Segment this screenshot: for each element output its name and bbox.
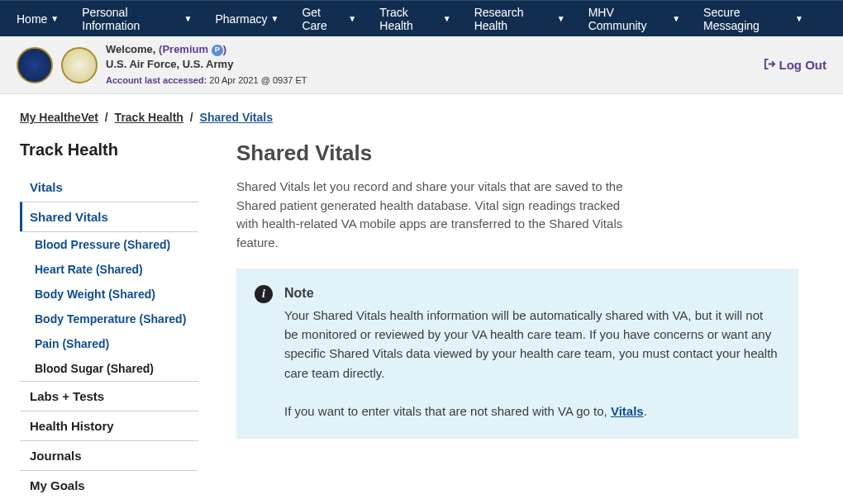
chevron-down-icon: ▼ [557, 14, 565, 23]
chevron-down-icon: ▼ [184, 14, 193, 23]
nav-research-health[interactable]: Research Health▼ [474, 6, 565, 32]
nav-mhv-community[interactable]: MHV Community▼ [588, 6, 680, 32]
nav-personal-info[interactable]: Personal Information▼ [82, 6, 192, 32]
logout-icon [764, 58, 776, 73]
chevron-down-icon: ▼ [672, 14, 680, 23]
chevron-down-icon: ▼ [50, 14, 59, 23]
nav-secure-messaging[interactable]: Secure Messaging▼ [703, 6, 803, 32]
note-footer-prefix: If you want to enter vitals that are not… [284, 404, 611, 418]
seal-icon [61, 47, 98, 83]
top-nav: Home▼ Personal Information▼ Pharmacy▼ Ge… [0, 0, 843, 36]
info-icon: i [255, 285, 273, 303]
logout-link[interactable]: Log Out [764, 58, 826, 73]
user-branch: U.S. Air Force, U.S. Army [106, 57, 307, 72]
sidebar-item-journals[interactable]: Journals [20, 440, 198, 470]
chevron-down-icon: ▼ [348, 14, 356, 23]
nav-get-care[interactable]: Get Care▼ [302, 6, 356, 32]
note-content: Note Your Shared Vitals health informati… [284, 283, 780, 421]
nav-home[interactable]: Home▼ [17, 12, 59, 26]
sidebar-heading: Track Health [20, 140, 198, 159]
note-body: Your Shared Vitals health information wi… [284, 308, 778, 380]
page-title: Shared Vitals [236, 140, 823, 166]
sidebar-subitem-blood-pressure[interactable]: Blood Pressure (Shared) [20, 232, 198, 257]
sidebar-item-vitals[interactable]: Vitals [20, 173, 198, 202]
note-footer-suffix: . [644, 404, 647, 418]
note-title: Note [284, 283, 780, 304]
breadcrumb-current[interactable]: Shared Vitals [200, 111, 273, 124]
breadcrumb-root[interactable]: My HealtheVet [20, 111, 98, 124]
nav-pharmacy[interactable]: Pharmacy▼ [215, 12, 279, 26]
chevron-down-icon: ▼ [271, 14, 279, 23]
last-accessed-label: Account last accessed: [106, 75, 207, 85]
nav-track-health[interactable]: Track Health▼ [379, 6, 450, 32]
last-accessed-value: 20 Apr 2021 @ 0937 ET [207, 75, 307, 85]
sidebar-item-health-history[interactable]: Health History [20, 411, 198, 440]
welcome-label: Welcome, [106, 43, 159, 55]
breadcrumb-section[interactable]: Track Health [115, 111, 183, 124]
sidebar-subitem-body-weight[interactable]: Body Weight (Shared) [20, 282, 198, 307]
sidebar-item-shared-vitals[interactable]: Shared Vitals [20, 202, 198, 231]
premium-badge-icon: P [212, 45, 223, 56]
sidebar-subitem-pain[interactable]: Pain (Shared) [20, 331, 198, 356]
breadcrumb: My HealtheVet / Track Health / Shared Vi… [0, 94, 843, 132]
note-box: i Note Your Shared Vitals health informa… [236, 269, 798, 439]
sidebar-subitem-blood-sugar[interactable]: Blood Sugar (Shared) [20, 356, 198, 381]
content: Shared Vitals Shared Vitals let you reco… [236, 140, 823, 439]
user-bar: Welcome, (Premium P) U.S. Air Force, U.S… [0, 36, 843, 94]
chevron-down-icon: ▼ [443, 14, 451, 23]
sidebar-item-labs[interactable]: Labs + Tests [20, 381, 198, 411]
user-info: Welcome, (Premium P) U.S. Air Force, U.S… [106, 42, 307, 88]
sidebar-item-goals[interactable]: My Goals [20, 470, 198, 500]
note-vitals-link[interactable]: Vitals [611, 404, 644, 418]
sidebar: Track Health Vitals Shared Vitals Blood … [20, 140, 198, 500]
seal-icon [17, 47, 53, 83]
sidebar-subitem-heart-rate[interactable]: Heart Rate (Shared) [20, 257, 198, 282]
sidebar-subitem-body-temperature[interactable]: Body Temperature (Shared) [20, 307, 198, 331]
chevron-down-icon: ▼ [795, 14, 803, 23]
user-bar-left: Welcome, (Premium P) U.S. Air Force, U.S… [17, 42, 307, 88]
intro-text: Shared Vitals let you record and share y… [236, 178, 633, 252]
premium-label: (Premium P) [159, 43, 226, 55]
